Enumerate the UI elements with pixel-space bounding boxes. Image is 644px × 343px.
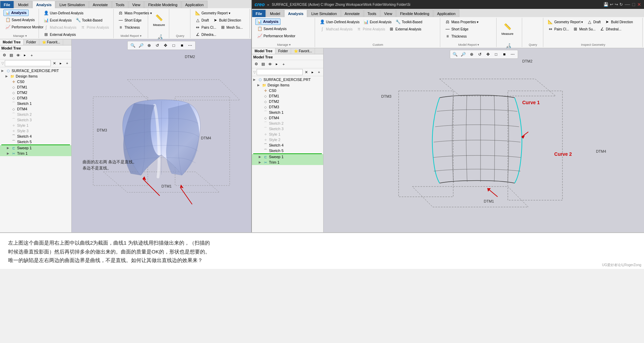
- vp-pan-right[interactable]: ✥: [484, 51, 492, 58]
- tree-add-btn-right[interactable]: +: [281, 61, 287, 67]
- tree-item-dtm2-left[interactable]: ◇ DTM2: [0, 90, 71, 95]
- external-btn-right[interactable]: ⊞ External Analysis: [387, 26, 423, 32]
- tree-tab-favorites-left[interactable]: ⭐ Favorit...: [39, 39, 63, 45]
- toolkit-btn-right[interactable]: 🔧 Toolkit-Based: [393, 18, 424, 25]
- vp-more-left[interactable]: ⋯: [186, 42, 194, 49]
- tree-item-trim1-right[interactable]: ▶ ✂ Trim 1: [252, 160, 323, 165]
- perf-monitor-btn-left[interactable]: 📈 Performance Monitor: [3, 24, 45, 30]
- undo-icon[interactable]: ↩: [610, 2, 613, 7]
- vp-zoom-fit-left[interactable]: ⊕: [145, 42, 153, 49]
- tab-file-left[interactable]: File: [0, 1, 14, 8]
- user-defined-btn-right[interactable]: 👤 User-Defined Analysis: [318, 18, 361, 25]
- pairs-btn-left[interactable]: ⇔ Pairs Cl...: [193, 24, 218, 31]
- geom-report-btn-left[interactable]: 📐 Geometry Report ▾: [193, 10, 232, 16]
- tree-settings-btn[interactable]: ⚙: [1, 52, 8, 58]
- tree-item-root-right[interactable]: ▶ ⬡ SURFACE_EXERCISE.PRT: [252, 77, 323, 82]
- vp-wire-right[interactable]: □: [492, 51, 500, 58]
- tree-item-design[interactable]: ▶ 📁 Design Items: [0, 73, 71, 79]
- excel-btn-right[interactable]: 📊 Excel Analysis: [361, 18, 393, 25]
- tree-preview-btn-right[interactable]: 👁: [267, 61, 273, 67]
- search-next-btn-right[interactable]: ▸: [310, 69, 316, 75]
- user-defined-btn[interactable]: 👤 User-Defined Analysis: [42, 10, 85, 16]
- save-icon[interactable]: 💾: [603, 2, 609, 7]
- redo-icon[interactable]: ↪: [615, 2, 618, 7]
- tab-analysis-left[interactable]: Analysis: [32, 1, 55, 8]
- minimize-icon[interactable]: —: [625, 1, 630, 8]
- tree-item-dtm1-right[interactable]: ◇ DTM1: [252, 93, 323, 99]
- tree-item-dtm2-right[interactable]: ◇ DTM2: [252, 99, 323, 104]
- tree-item-sweep1-left[interactable]: ▶ ⊏ Sweep 1: [0, 145, 71, 151]
- tree-tab-folder-right[interactable]: Folder: [275, 48, 291, 54]
- tree-item-sk4-left[interactable]: ⌒ Sketch 4: [0, 134, 71, 139]
- tree-item-sweep1-right[interactable]: ▶ ⊏ Sweep 1: [252, 154, 323, 160]
- tab-tools-right[interactable]: Tools: [364, 10, 380, 17]
- tree-columns-btn[interactable]: ▤: [8, 52, 14, 58]
- tree-tab-modeltree-left[interactable]: Model Tree: [0, 39, 24, 45]
- vp-shade-right[interactable]: ■: [501, 51, 508, 58]
- tree-settings-btn-right[interactable]: ⚙: [253, 61, 259, 67]
- vp-zoom-out-right[interactable]: 🔎: [460, 51, 467, 58]
- vp-wire-left[interactable]: □: [170, 42, 177, 49]
- vp-zoom-in-right[interactable]: 🔍: [452, 51, 459, 58]
- tree-item-dtm4-right[interactable]: ◇ DTM4: [252, 115, 323, 121]
- external-btn[interactable]: ⊞ External Analysis: [42, 31, 77, 38]
- vp-more-right[interactable]: ⋯: [509, 51, 516, 58]
- tab-live-sim-right[interactable]: Live Simulation: [307, 10, 341, 17]
- tree-tab-folder-left[interactable]: Folder: [24, 39, 39, 45]
- mass-props-btn-right[interactable]: ⚖ Mass Properties ▾: [443, 18, 480, 25]
- tab-view-right[interactable]: View: [381, 10, 396, 17]
- tree-item-dtm4-left[interactable]: ◇ DTM4: [0, 106, 71, 112]
- tree-item-sk2-right[interactable]: ⌒ Sketch 2: [252, 121, 323, 126]
- prime-btn[interactable]: π Prime Analysis: [78, 24, 111, 31]
- tree-columns-btn-right[interactable]: ▤: [260, 61, 266, 67]
- tab-model-right[interactable]: Model: [266, 10, 284, 17]
- tree-item-cs0-left[interactable]: ✛ CS0: [0, 79, 71, 84]
- prime-btn-right[interactable]: π Prime Analysis: [355, 26, 387, 32]
- tree-item-dtm1-left[interactable]: ◇ DTM1: [0, 84, 71, 90]
- toolkit-btn[interactable]: 🔧 Toolkit-Based: [74, 17, 104, 24]
- perf-monitor-btn-right[interactable]: 📈 Performance Monitor: [255, 32, 297, 39]
- tree-item-sketch1-right[interactable]: ⌒ Sketch 1: [252, 110, 323, 115]
- mathcad-btn[interactable]: ∫ Mathcad Analysis: [42, 24, 78, 31]
- tree-item-style3-left[interactable]: ✧ Style 3: [0, 128, 71, 134]
- tree-item-sk4-right[interactable]: ⌒ Sketch 4: [252, 142, 323, 148]
- search-clear-btn-right[interactable]: ✕: [303, 69, 309, 75]
- analysis-btn-right[interactable]: 📊 Analysis: [255, 18, 281, 25]
- close-icon[interactable]: ✕: [637, 2, 641, 7]
- build-dir-btn-left[interactable]: ➤ Build Direction: [211, 17, 243, 24]
- tab-flex-right[interactable]: Flexible Modeling: [396, 10, 433, 17]
- short-edge-btn-left[interactable]: — Short Edge: [116, 17, 143, 24]
- mesh-btn-left[interactable]: ⊞ Mesh Su...: [218, 24, 245, 31]
- regen-icon[interactable]: ↻: [619, 2, 623, 7]
- tree-item-design-right[interactable]: ▶ 📁 Design Items: [252, 82, 323, 88]
- tree-item-cs0-right[interactable]: ✛ CS0: [252, 88, 323, 93]
- dihedra-btn-right[interactable]: ∠ Dihedral...: [598, 26, 623, 32]
- tree-item-root-left[interactable]: ▶ ⬡ SURFACE_EXERCISE.PRT: [0, 68, 71, 73]
- saved-analysis-btn-right[interactable]: 📋 Saved Analysis: [255, 25, 288, 32]
- vp-zoom-in-left[interactable]: 🔍: [129, 42, 137, 49]
- vp-shade-left[interactable]: ■: [178, 42, 186, 49]
- tree-item-style2-right[interactable]: ✧ Style 2: [252, 137, 323, 142]
- tree-item-dtm3-left[interactable]: ◇ DTM3: [0, 95, 71, 101]
- tab-live-sim-left[interactable]: Live Simulation: [56, 1, 89, 8]
- mathcad-btn-right[interactable]: ∫ Mathcad Analysis: [318, 26, 354, 32]
- tab-file-right[interactable]: File: [252, 10, 266, 17]
- tab-app-right[interactable]: Application: [433, 10, 459, 17]
- draft-btn-left[interactable]: △ Draft: [193, 17, 211, 24]
- vp-pan-left[interactable]: ✥: [162, 42, 169, 49]
- tree-tab-modeltree-right[interactable]: Model Tree: [252, 48, 275, 54]
- thickness-btn-left[interactable]: ≡ Thickness: [116, 24, 142, 31]
- tab-flex-left[interactable]: Flexible Modeling: [144, 1, 181, 8]
- draft-btn-right[interactable]: △ Draft: [585, 18, 602, 25]
- tree-item-sketch1-left[interactable]: ⌒ Sketch 1: [0, 101, 71, 106]
- tree-item-trim1-left[interactable]: ▶ ✂ Trim 1: [0, 151, 71, 156]
- tree-search-input-left[interactable]: [5, 60, 51, 66]
- build-dir-btn-right[interactable]: ➤ Build Direction: [603, 18, 634, 25]
- dihedra-btn-left[interactable]: ∠ Dihedra...: [193, 31, 218, 38]
- tree-more-btn-right[interactable]: ▸: [274, 61, 280, 67]
- tree-item-sk5-right[interactable]: ⌒ Sketch 5: [252, 148, 323, 153]
- tree-item-style1-left[interactable]: ✧ Style 1: [0, 123, 71, 128]
- geom-report-btn-right[interactable]: 📐 Geometry Report ▾: [546, 18, 585, 25]
- measure-btn-right[interactable]: 📏 Measure: [499, 18, 515, 39]
- tree-item-sk3-left[interactable]: ⌒ Sketch 3: [0, 117, 71, 123]
